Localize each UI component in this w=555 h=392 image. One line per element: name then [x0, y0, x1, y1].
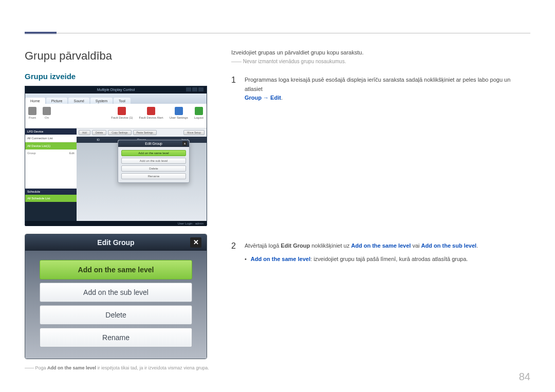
toolbar-label: Fault Device Alert — [139, 116, 163, 119]
fault-alert-icon — [147, 107, 155, 115]
close-icon — [198, 87, 203, 91]
btn-delete-group: Delete — [40, 305, 192, 325]
tab-home: Home — [25, 98, 45, 104]
btn-paste: Paste Settings — [133, 130, 157, 135]
fault-device-icon — [118, 107, 126, 115]
step1-link: Group → Edit — [245, 95, 281, 101]
section-subhead: Grupu izveide — [25, 72, 220, 81]
toolbar-label: Front — [29, 116, 36, 119]
step2-link1: Add on the same level — [351, 242, 411, 249]
mdc-screenshot: Multiple Display Control Home Picture So… — [25, 86, 207, 226]
step2-t2: noklikšķiniet uz — [310, 242, 351, 249]
footnote-prefix: ―― Poga — [25, 365, 47, 370]
edit-group-large-title: Edit Group ✕ — [25, 234, 207, 251]
sidebar-head-schedule: Schedule — [25, 189, 77, 195]
footnote-bold: Add on the same level — [47, 365, 96, 370]
mdc-window-title-text: Multiple Display Control — [97, 88, 135, 91]
step2-t1: Atvērtajā logā — [245, 242, 281, 249]
power-icon — [28, 107, 36, 115]
minimize-icon — [186, 87, 191, 91]
toolbar-item: Fault Device (1) — [108, 104, 136, 128]
step-number: 2 — [231, 241, 238, 251]
mdc-button-row: Add Delete Copy Settings Paste Settings … — [77, 128, 207, 137]
btn-add-sub-level: Add on the sub level — [121, 158, 186, 164]
tab-picture: Picture — [46, 98, 68, 104]
toolbar-item: User Settings — [166, 104, 191, 128]
window-control-icons — [186, 87, 203, 91]
toolbar-label: Fault Device (1) — [111, 116, 133, 119]
toolbar-item: Front — [25, 104, 40, 128]
btn-rename-group: Rename — [40, 328, 192, 347]
step-2: 2 Atvērtajā logā Edit Group noklikšķinie… — [231, 241, 526, 251]
page-number: 84 — [519, 371, 530, 383]
user-settings-icon — [175, 107, 183, 115]
btn-delete-group: Delete — [121, 165, 186, 172]
btn-add-same-level: Add on the same level — [40, 260, 192, 279]
maximize-icon — [192, 87, 197, 91]
edit-group-popup-large: Edit Group ✕ Add on the same level Add o… — [25, 234, 207, 359]
step-number: 1 — [231, 76, 238, 103]
mdc-window-title: Multiple Display Control — [25, 86, 207, 94]
btn-move: Move Setup — [183, 130, 205, 135]
bullet-link: Add on the same level — [251, 256, 310, 262]
mdc-sidebar: LFD Device All Connection List All Devic… — [25, 128, 77, 221]
sidebar-item-allconn: All Connection List — [25, 135, 77, 142]
bullet-icon: • — [245, 256, 247, 262]
sidebar-edit-label: Edit — [69, 152, 75, 155]
tab-system: System — [90, 98, 113, 104]
edit-group-popup-small: Edit Group × Add on the same level Add o… — [118, 140, 190, 183]
edit-group-title: Edit Group × — [118, 140, 189, 147]
note-line: ―― Nevar izmantot vienādus grupu nosauku… — [231, 59, 526, 64]
footnote-rest: ir iespējota tikai tad, ja ir izveidota … — [96, 365, 209, 370]
bullet-row: • Add on the same level: izveidojiet gru… — [245, 256, 526, 262]
step-1: 1 Programmas loga kreisajā pusē esošajā … — [231, 76, 526, 103]
step1-text: Programmas loga kreisajā pusē esošajā di… — [245, 77, 510, 92]
close-icon: × — [182, 141, 187, 146]
step-body: Atvērtajā logā Edit Group noklikšķiniet … — [245, 241, 478, 251]
header-rule — [25, 33, 530, 33]
mdc-toolbar: Front On Fault Device (1) Fault Device A… — [25, 104, 207, 128]
toolbar-item: Fault Device Alert — [136, 104, 166, 128]
close-icon: ✕ — [190, 237, 201, 248]
mdc-footer: User Login : admin — [25, 221, 207, 226]
page-title: Grupu pārvaldība — [25, 49, 220, 63]
sidebar-item-allsched: All Schedule List — [25, 195, 77, 202]
btn-add: Add — [79, 130, 90, 135]
col-id: ID — [77, 138, 120, 141]
toolbar-item: On — [40, 104, 54, 128]
tab-sound: Sound — [68, 98, 89, 104]
bullet-text: : izveidojiet grupu tajā pašā līmenī, ku… — [310, 256, 468, 262]
btn-add-sub-level: Add on the sub level — [40, 283, 192, 302]
toolbar-label: User Settings — [170, 116, 188, 119]
edit-group-title-text: Edit Group — [145, 142, 162, 145]
toolbar-label: Logout — [194, 116, 203, 119]
mdc-main-area: Add Delete Copy Settings Paste Settings … — [77, 128, 207, 221]
toolbar-label: On — [45, 116, 49, 119]
btn-delete: Delete — [92, 130, 106, 135]
footnote: ―― Poga Add on the same level ir iespējo… — [25, 365, 220, 370]
btn-add-same-level: Add on the same level — [121, 150, 186, 156]
tab-tool: Tool — [114, 98, 131, 104]
btn-copy: Copy Settings — [108, 130, 131, 135]
sidebar-head-lfd: LFD Device — [25, 128, 77, 135]
edit-group-large-title-text: Edit Group — [97, 238, 134, 247]
bullet-body: Add on the same level: izveidojiet grupu… — [251, 256, 468, 262]
logout-icon — [195, 107, 203, 115]
mdc-tab-bar: Home Picture Sound System Tool — [25, 94, 207, 104]
note-text: Nevar izmantot vienādus grupu nosaukumus… — [243, 59, 346, 64]
intro-text: Izveidojiet grupas un pārvaldiet grupu k… — [231, 49, 526, 55]
note-dash: ―― — [231, 59, 242, 64]
sidebar-group-label: Group — [27, 152, 36, 155]
step2-bold: Edit Group — [281, 242, 310, 249]
step2-t3: vai — [411, 242, 421, 249]
sidebar-group-row: Group Edit — [25, 150, 77, 157]
step1-suffix: . — [281, 95, 283, 101]
btn-rename-group: Rename — [121, 173, 186, 179]
step2-t4: . — [476, 242, 478, 249]
toolbar-item: Logout — [191, 104, 207, 128]
step2-link2: Add on the sub level — [421, 242, 477, 249]
sidebar-item-selected: All Device List(1) — [25, 142, 77, 150]
volume-icon — [43, 107, 51, 115]
step-body: Programmas loga kreisajā pusē esošajā di… — [245, 76, 526, 103]
